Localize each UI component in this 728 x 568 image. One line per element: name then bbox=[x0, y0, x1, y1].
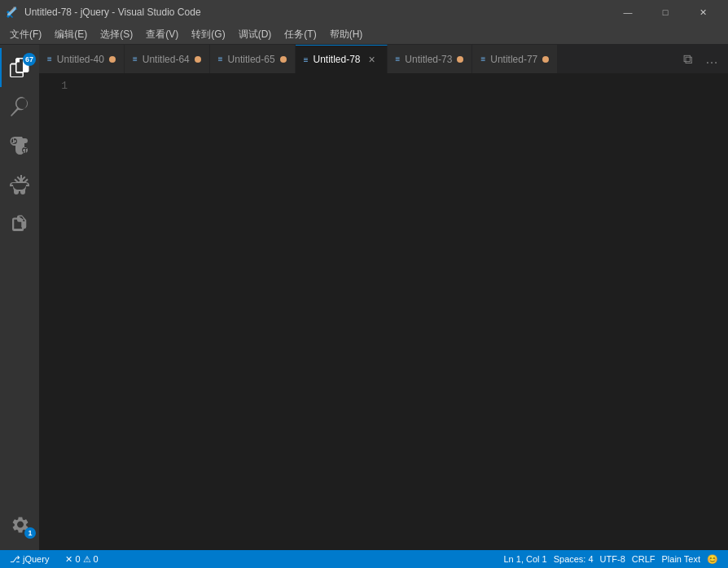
tab-file-icon: ≡ bbox=[304, 55, 309, 64]
status-line-ending[interactable]: CRLF bbox=[629, 554, 659, 564]
tab-dirty-indicator bbox=[195, 56, 201, 63]
vscode-icon bbox=[7, 6, 20, 19]
status-cursor[interactable]: Ln 1, Col 1 bbox=[500, 554, 550, 564]
editor-text-area[interactable] bbox=[76, 73, 728, 550]
maximize-button[interactable]: □ bbox=[647, 0, 684, 24]
menu-select[interactable]: 选择(S) bbox=[94, 24, 139, 44]
menu-bar: 文件(F) 编辑(E) 选择(S) 查看(V) 转到(G) 调试(D) 任务(T… bbox=[0, 24, 728, 45]
tab-untitled-65[interactable]: ≡ Untitled-65 bbox=[210, 45, 296, 73]
status-language[interactable]: Plain Text bbox=[659, 554, 704, 564]
tab-label: Untitled-77 bbox=[490, 54, 537, 65]
menu-view[interactable]: 查看(V) bbox=[139, 24, 185, 44]
line-number-1: 1 bbox=[39, 80, 68, 92]
menu-goto[interactable]: 转到(G) bbox=[185, 24, 231, 44]
tab-dirty-indicator bbox=[457, 56, 463, 63]
tab-label: Untitled-65 bbox=[228, 54, 275, 65]
title-bar-left: Untitled-78 - jQuery - Visual Studio Cod… bbox=[7, 6, 201, 19]
activity-debug[interactable] bbox=[0, 165, 39, 204]
activity-search[interactable] bbox=[0, 87, 39, 126]
status-encoding[interactable]: UTF-8 bbox=[597, 554, 629, 564]
explorer-badge: 67 bbox=[23, 53, 36, 66]
tabs-actions: ⧉ … bbox=[671, 45, 728, 73]
git-branch-icon: ⎇ bbox=[10, 554, 20, 565]
tab-label: Untitled-78 bbox=[313, 54, 360, 65]
status-branch[interactable]: ⎇ jQuery bbox=[7, 550, 52, 568]
editor-content[interactable]: 1 bbox=[39, 73, 728, 550]
close-button[interactable]: ✕ bbox=[684, 0, 721, 24]
activity-explorer[interactable]: 67 bbox=[0, 48, 39, 87]
menu-debug[interactable]: 调试(D) bbox=[232, 24, 278, 44]
status-errors[interactable]: ✕ 0 ⚠ 0 bbox=[62, 550, 101, 568]
status-branch-name: jQuery bbox=[23, 554, 49, 564]
tab-untitled-73[interactable]: ≡ Untitled-73 bbox=[388, 45, 473, 73]
tab-file-icon: ≡ bbox=[218, 55, 223, 63]
error-icon: ✕ bbox=[65, 554, 72, 565]
status-feedback[interactable]: 😊 bbox=[704, 554, 721, 565]
window-controls: — □ ✕ bbox=[609, 0, 721, 24]
activity-bar-bottom: 1 bbox=[0, 505, 39, 550]
status-right: Ln 1, Col 1 Spaces: 4 UTF-8 CRLF Plain T… bbox=[500, 554, 721, 565]
tab-file-icon: ≡ bbox=[480, 55, 485, 63]
tabs-bar: ≡ Untitled-40 ≡ Untitled-64 ≡ Untitled-6… bbox=[39, 45, 728, 73]
tab-file-icon: ≡ bbox=[47, 55, 52, 63]
editor-area: ≡ Untitled-40 ≡ Untitled-64 ≡ Untitled-6… bbox=[39, 45, 728, 550]
menu-file[interactable]: 文件(F) bbox=[3, 24, 48, 44]
tab-untitled-64[interactable]: ≡ Untitled-64 bbox=[125, 45, 210, 73]
menu-tasks[interactable]: 任务(T) bbox=[278, 24, 322, 44]
status-spaces[interactable]: Spaces: 4 bbox=[550, 554, 597, 564]
settings-badge: 1 bbox=[24, 527, 36, 539]
more-tabs-button[interactable]: … bbox=[700, 48, 723, 71]
warning-count: 0 bbox=[94, 554, 99, 564]
status-bar: ⎇ jQuery ✕ 0 ⚠ 0 Ln 1, Col 1 Spaces: 4 U… bbox=[0, 550, 728, 568]
menu-help[interactable]: 帮助(H) bbox=[323, 24, 370, 44]
tab-untitled-78[interactable]: ≡ Untitled-78 × bbox=[296, 45, 388, 73]
minimize-button[interactable]: — bbox=[609, 0, 647, 24]
tab-untitled-77[interactable]: ≡ Untitled-77 bbox=[472, 45, 558, 73]
tab-label: Untitled-64 bbox=[143, 54, 190, 65]
activity-source-control[interactable] bbox=[0, 126, 39, 165]
window-title: Untitled-78 - jQuery - Visual Studio Cod… bbox=[24, 7, 201, 18]
activity-extensions[interactable] bbox=[0, 204, 39, 243]
split-editor-button[interactable]: ⧉ bbox=[676, 48, 699, 71]
main-layout: 67 1 bbox=[0, 45, 728, 550]
tab-dirty-indicator bbox=[109, 56, 116, 63]
error-count: 0 bbox=[75, 554, 80, 564]
tab-label: Untitled-73 bbox=[405, 54, 452, 65]
tab-file-icon: ≡ bbox=[396, 55, 401, 63]
line-numbers: 1 bbox=[39, 73, 76, 550]
tab-dirty-indicator bbox=[280, 56, 287, 63]
title-bar: Untitled-78 - jQuery - Visual Studio Cod… bbox=[0, 0, 728, 24]
menu-edit[interactable]: 编辑(E) bbox=[48, 24, 94, 44]
activity-settings[interactable]: 1 bbox=[0, 505, 39, 544]
tab-untitled-40[interactable]: ≡ Untitled-40 bbox=[39, 45, 125, 73]
tab-dirty-indicator bbox=[542, 56, 549, 63]
tab-label: Untitled-40 bbox=[57, 54, 104, 65]
warning-icon: ⚠ bbox=[83, 554, 91, 565]
tab-file-icon: ≡ bbox=[133, 55, 138, 63]
activity-bar: 67 1 bbox=[0, 45, 39, 550]
tab-close-button[interactable]: × bbox=[366, 53, 379, 66]
